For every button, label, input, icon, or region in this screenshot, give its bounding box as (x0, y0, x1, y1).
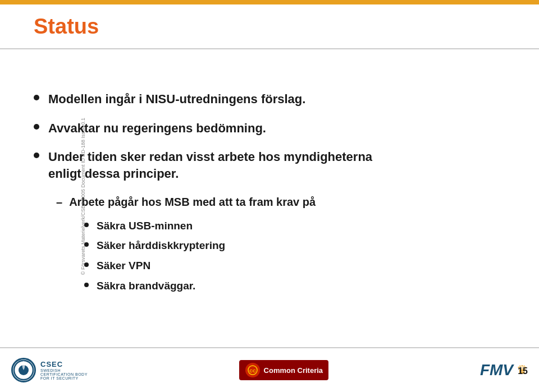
dash-item-1: – Arbete pågår hos MSB med att ta fram k… (56, 195, 505, 210)
content-area: Modellen ingår i NISU-utredningens försl… (34, 50, 505, 344)
subsub-item-3: Säker VPN (84, 259, 505, 273)
title-area: Status (0, 4, 539, 49)
csec-name: CSEC (40, 360, 88, 368)
bullet-item-2: Avvaktar nu regeringens bedömning. (34, 120, 505, 137)
subsub-text-4: Säkra brandväggar. (97, 279, 195, 293)
subsub-text-1: Säkra USB-minnen (97, 219, 193, 233)
bullet-text-2: Avvaktar nu regeringens bedömning. (48, 120, 266, 137)
svg-text:CC: CC (249, 368, 256, 373)
bullet-item-1: Modellen ingår i NISU-utredningens försl… (34, 91, 505, 108)
csec-line1: SWEDISH (40, 368, 88, 372)
footer: CSEC SWEDISH CERTIFICATION BODY FOR IT S… (0, 347, 539, 392)
subsub-dot-2 (84, 242, 89, 247)
top-bar (0, 0, 539, 4)
subsub-item-2: Säker hårddiskkryptering (84, 238, 505, 253)
dash-text-1: Arbete pågår hos MSB med att ta fram kra… (69, 195, 316, 210)
dash-symbol: – (56, 196, 62, 209)
cc-label: Common Criteria (264, 366, 323, 375)
subsub-text-3: Säker VPN (97, 259, 150, 273)
bullet-text-1: Modellen ingår i NISU-utredningens försl… (48, 91, 305, 108)
csec-svg-icon (13, 359, 34, 381)
bullet-dot-2 (34, 124, 39, 130)
subsub-level: Säkra USB-minnen Säker hårddiskkrypterin… (84, 219, 505, 293)
cc-emblem-icon: CC (245, 362, 261, 378)
subsub-dot-1 (84, 223, 89, 227)
csec-line3: FOR IT SECURITY (40, 376, 88, 380)
csec-logo: CSEC SWEDISH CERTIFICATION BODY FOR IT S… (11, 358, 88, 382)
bullet-item-3: Under tiden sker redan visst arbete hos … (34, 149, 505, 182)
bullet-dot-1 (34, 95, 39, 100)
bullet-dot-3 (34, 153, 39, 158)
subsub-item-1: Säkra USB-minnen (84, 219, 505, 233)
csec-circle-icon (11, 358, 36, 382)
subsub-dot-3 (84, 262, 89, 267)
csec-line2: CERTIFICATION BODY (40, 372, 88, 376)
subsub-dot-4 (84, 283, 89, 287)
subsub-item-4: Säkra brandväggar. (84, 279, 505, 293)
bullet-text-3: Under tiden sker redan visst arbete hos … (48, 149, 372, 182)
common-criteria-logo: CC Common Criteria (239, 360, 328, 380)
subsub-text-2: Säker hårddiskkryptering (97, 238, 225, 253)
page-number: 15 (518, 366, 528, 376)
sub-level: – Arbete pågår hos MSB med att ta fram k… (56, 195, 505, 299)
slide-title: Status (34, 15, 99, 39)
fmv-label: FMV (480, 361, 513, 379)
csec-text-block: CSEC SWEDISH CERTIFICATION BODY FOR IT S… (40, 360, 88, 380)
